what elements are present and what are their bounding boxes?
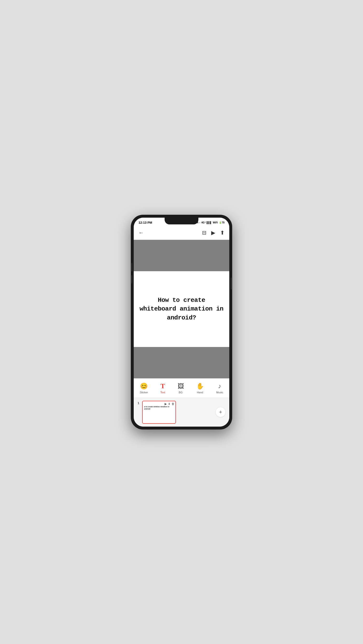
status-time: 12:13 PM [138, 221, 152, 224]
volume-down-button [131, 275, 132, 284]
toolbar-text[interactable]: T Text [160, 382, 165, 394]
toolbar-sticker[interactable]: 😊 Sticker [140, 382, 148, 394]
upload-icon: ↑ [199, 221, 200, 224]
canvas-white-section[interactable]: How to create whiteboard animation in an… [134, 271, 229, 347]
slide-number: 1 [138, 401, 139, 405]
nav-left: ← [138, 230, 144, 236]
hand-icon: ✋ [196, 382, 204, 390]
bottom-toolbar: 😊 Sticker T Text 🖼 BG ✋ Hand ♪ Music [134, 378, 229, 398]
phone-notch [164, 218, 198, 224]
phone-screen: 12:13 PM ✉ ↑ 4G⁺ ▌▌▌ WiFi 🔋70 ← ⊟ ▶ ⬆ [134, 218, 229, 426]
canvas-area: How to create whiteboard animation in an… [134, 240, 229, 378]
slide-thumbnail[interactable]: ▶ ⏸ 🗑 w to create whitebo nimation in an… [142, 401, 176, 424]
battery-icon: 🔋70 [219, 221, 224, 224]
back-button[interactable]: ← [138, 230, 144, 236]
toolbar-bg[interactable]: 🖼 BG [178, 382, 184, 394]
volume-up-button [131, 263, 132, 272]
toolbar-music[interactable]: ♪ Music [216, 382, 223, 394]
share-button[interactable]: ⬆ [220, 230, 224, 236]
slide-play-icon: ▶ [164, 402, 167, 406]
canvas-gray-top [134, 240, 229, 271]
sticker-label: Sticker [140, 391, 148, 394]
sim-icon: 4G⁺ [201, 221, 206, 224]
slide-strip: 1 ▶ ⏸ 🗑 w to create whitebo nimation in … [134, 398, 229, 426]
nav-right: ⊟ ▶ ⬆ [202, 230, 224, 236]
play-button[interactable]: ▶ [211, 230, 215, 236]
music-label: Music [216, 391, 223, 394]
nav-bar: ← ⊟ ▶ ⬆ [134, 226, 229, 240]
canvas-gray-bottom [134, 347, 229, 378]
slide-thumb-icons: ▶ ⏸ 🗑 [164, 402, 174, 406]
text-icon: T [160, 382, 165, 390]
music-icon: ♪ [218, 382, 221, 390]
slide-delete-icon[interactable]: 🗑 [172, 402, 174, 406]
hand-label: Hand [197, 391, 203, 394]
whiteboard-text: How to create whiteboard animation in an… [138, 296, 224, 322]
text-label: Text [160, 391, 165, 394]
save-button[interactable]: ⊟ [202, 230, 206, 236]
slide-pause-icon: ⏸ [168, 402, 171, 406]
add-slide-button[interactable]: + [216, 407, 226, 417]
bg-label: BG [179, 391, 183, 394]
status-icons: ✉ ↑ 4G⁺ ▌▌▌ WiFi 🔋70 [196, 221, 224, 224]
toolbar-hand[interactable]: ✋ Hand [196, 382, 204, 394]
phone-frame: 12:13 PM ✉ ↑ 4G⁺ ▌▌▌ WiFi 🔋70 ← ⊟ ▶ ⬆ [131, 215, 232, 430]
bg-icon: 🖼 [178, 382, 184, 390]
sticker-icon: 😊 [140, 382, 148, 390]
signal-icon: ▌▌▌ [207, 221, 212, 224]
wifi-icon: WiFi [213, 221, 218, 224]
power-button [231, 278, 232, 290]
